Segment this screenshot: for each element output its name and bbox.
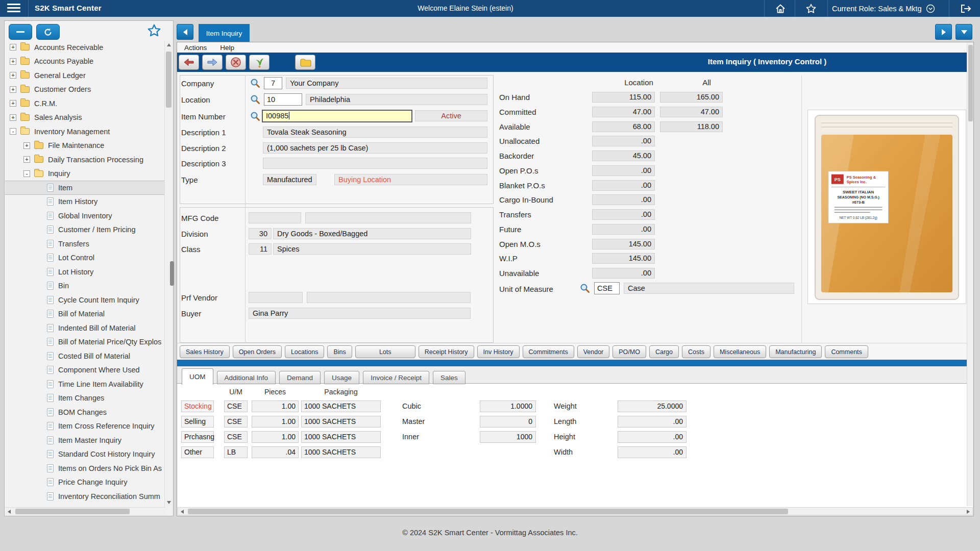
detail-tab[interactable]: Costs: [682, 345, 710, 358]
sidebar-tree-item[interactable]: + Sales Analysis: [5, 111, 164, 125]
sidebar-horizontal-scrollbar[interactable]: [5, 507, 165, 515]
sidebar-tree-item[interactable]: + Customer Orders: [5, 83, 164, 97]
sidebar-tree-item[interactable]: - Inquiry: [5, 167, 164, 181]
company-lookup-icon[interactable]: [250, 78, 260, 88]
detail-tab[interactable]: Locations: [285, 345, 325, 358]
sidebar-splitter-handle[interactable]: [170, 261, 174, 286]
location-lookup-icon[interactable]: [250, 94, 260, 105]
detail-tab[interactable]: Miscellaneous: [714, 345, 766, 358]
sidebar-tree-item[interactable]: Cycle Count Item Inquiry: [5, 293, 164, 307]
sidebar-tree-item[interactable]: Item Master Inquiry: [5, 433, 164, 447]
sidebar-tree-item[interactable]: Standard Cost History Inquiry: [5, 447, 164, 462]
company-code-input[interactable]: 7: [264, 77, 282, 89]
detail-tab[interactable]: Bins: [327, 345, 352, 358]
subtab[interactable]: UOM: [182, 368, 213, 385]
current-role-selector[interactable]: Current Role: Sales & Mktg: [832, 0, 935, 17]
logout-button[interactable]: [955, 2, 976, 15]
browse-button[interactable]: [295, 55, 315, 70]
sidebar-tree-item[interactable]: Transfers: [5, 237, 164, 251]
detail-tab[interactable]: Lots: [355, 345, 415, 358]
sidebar-favorites-button[interactable]: [146, 23, 162, 40]
scroll-right-icon[interactable]: [967, 510, 970, 514]
subtab[interactable]: Demand: [279, 371, 321, 384]
tab-item-inquiry[interactable]: Item Inquiry: [199, 24, 250, 42]
sidebar-tree-item[interactable]: - Inventory Management: [5, 124, 164, 139]
sidebar-tree-item[interactable]: Costed Bill of Material: [5, 349, 164, 363]
scroll-down-icon[interactable]: [167, 501, 171, 504]
expander-icon[interactable]: +: [10, 114, 16, 121]
subtab[interactable]: Usage: [324, 371, 359, 384]
detail-tab[interactable]: Cargo: [649, 345, 679, 358]
scroll-left-icon[interactable]: [181, 510, 184, 514]
subtab[interactable]: Invoice / Receipt: [363, 371, 429, 384]
sidebar-tree-item[interactable]: + Daily Transaction Processing: [5, 153, 164, 167]
detail-tab[interactable]: Open Orders: [233, 345, 282, 358]
expander-icon[interactable]: +: [10, 72, 16, 79]
main-horizontal-scrollbar[interactable]: [178, 507, 973, 515]
detail-tab[interactable]: Vendor: [577, 345, 610, 358]
sidebar-tree-item[interactable]: Lot History: [5, 265, 164, 279]
sidebar-tree-item[interactable]: Global Inventory: [5, 209, 164, 223]
sidebar-tree-item[interactable]: + Accounts Payable: [5, 55, 164, 69]
scroll-up-icon[interactable]: [167, 43, 171, 46]
sidebar-tree-item[interactable]: Lot Control: [5, 251, 164, 265]
collapse-all-button[interactable]: [9, 24, 32, 40]
cancel-button[interactable]: [226, 55, 246, 70]
sidebar-tree-item[interactable]: BOM Changes: [5, 405, 164, 419]
hamburger-menu-icon[interactable]: [7, 4, 20, 13]
uom-lookup-icon[interactable]: [580, 283, 590, 293]
detail-tab[interactable]: Comments: [825, 345, 868, 358]
main-vertical-scrollbar[interactable]: [967, 43, 973, 506]
detail-tab[interactable]: Inv History: [477, 345, 520, 358]
expander-icon[interactable]: +: [10, 44, 16, 51]
sidebar-tree-item[interactable]: Component Where Used: [5, 363, 164, 378]
sidebar-tree-item[interactable]: Item: [5, 181, 164, 195]
scrollbar-thumb[interactable]: [968, 45, 973, 121]
item-lookup-icon[interactable]: [250, 111, 260, 121]
expander-icon[interactable]: -: [23, 170, 30, 177]
sidebar-tree-item[interactable]: Bill of Material: [5, 307, 164, 321]
sidebar-tree-item[interactable]: Inventory Reconciliation Summ: [5, 489, 164, 504]
detail-tab[interactable]: Commitments: [523, 345, 574, 358]
detail-tab[interactable]: PO/MO: [612, 345, 646, 358]
sidebar-tree-item[interactable]: Items on Orders No Pick Bin As: [5, 461, 164, 475]
sidebar-tree-item[interactable]: Bin: [5, 279, 164, 293]
expander-icon[interactable]: +: [23, 156, 30, 163]
subtab[interactable]: Additional Info: [217, 371, 276, 384]
location-code-input[interactable]: 10: [264, 93, 302, 106]
home-button[interactable]: [772, 2, 789, 15]
expander-icon[interactable]: -: [10, 128, 16, 135]
scrollbar-thumb[interactable]: [15, 509, 130, 514]
tab-list-dropdown-button[interactable]: [955, 24, 972, 40]
menu-actions[interactable]: Actions: [184, 44, 207, 52]
detail-tab[interactable]: Receipt History: [419, 345, 474, 358]
exit-to-menu-button[interactable]: [249, 55, 270, 70]
favorites-button[interactable]: [802, 2, 820, 15]
scrollbar-thumb[interactable]: [166, 52, 172, 108]
forward-button[interactable]: [202, 55, 223, 70]
subtab[interactable]: Sales: [433, 371, 465, 384]
sidebar-tree-item[interactable]: Bill of Material Price/Qty Explos: [5, 335, 164, 349]
menu-help[interactable]: Help: [220, 44, 234, 52]
sidebar-tree-item[interactable]: Item Cross Reference Inquiry: [5, 419, 164, 434]
scrollbar-thumb[interactable]: [188, 509, 788, 514]
sidebar-tree-item[interactable]: + C.R.M.: [5, 96, 164, 111]
back-button[interactable]: [179, 55, 199, 70]
sidebar-tree-item[interactable]: Time Line Item Availability: [5, 377, 164, 391]
sidebar-tree-item[interactable]: Item History: [5, 195, 164, 209]
tab-scroll-forward-button[interactable]: [935, 24, 952, 40]
sidebar-tree-item[interactable]: + File Maintenance: [5, 139, 164, 153]
expander-icon[interactable]: +: [10, 58, 16, 65]
item-number-input[interactable]: I00985: [262, 110, 412, 122]
sidebar-tree-item[interactable]: Item Changes: [5, 391, 164, 406]
sidebar-tree-item[interactable]: Customer / Item Pricing: [5, 223, 164, 237]
detail-tab[interactable]: Sales History: [180, 345, 230, 358]
detail-tab[interactable]: Manufacturing: [769, 345, 822, 358]
expander-icon[interactable]: +: [10, 86, 16, 93]
sidebar-tree-item[interactable]: + Accounts Receivable: [5, 40, 164, 55]
uom-code-input[interactable]: CSE: [594, 282, 620, 294]
expander-icon[interactable]: +: [10, 100, 16, 107]
refresh-button[interactable]: [36, 24, 60, 40]
tab-scroll-back-button[interactable]: [177, 24, 193, 40]
scroll-left-icon[interactable]: [8, 510, 11, 514]
